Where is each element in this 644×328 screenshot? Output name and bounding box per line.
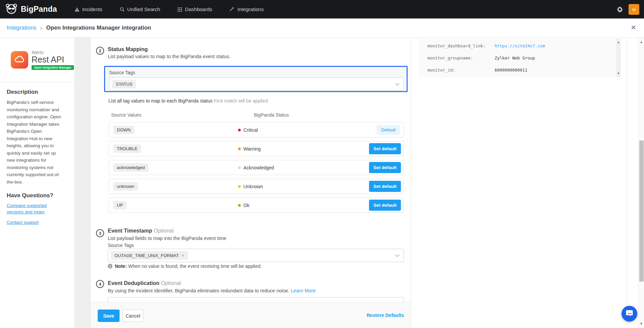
timestamp-source-tags-select[interactable]: OUTAGE_TIME_UNIX_FORMAT × bbox=[108, 249, 404, 262]
nav-item-dashboards[interactable]: Dashboards bbox=[178, 6, 212, 12]
mapping-row-acknowledged: acknowledged Acknowledged Set default bbox=[108, 160, 404, 175]
source-tags-label: Source Tags bbox=[109, 70, 403, 75]
description-section: Description BigPanda's self-service moni… bbox=[0, 82, 75, 186]
status-dot-unknown bbox=[238, 185, 241, 188]
status-label: Warning bbox=[243, 146, 261, 152]
nav-item-incidents[interactable]: Incidents bbox=[75, 6, 102, 12]
nav-label: Dashboards bbox=[185, 6, 212, 12]
payload-preview-pane: monitor_dashboard_link: https://site24x7… bbox=[411, 38, 644, 328]
source-value-chip: acknowledged bbox=[113, 163, 148, 172]
note-bold: Note: bbox=[115, 263, 127, 269]
payload-key: monitor_groupname: bbox=[427, 55, 495, 68]
step-3-circle: 3 bbox=[96, 229, 104, 237]
cancel-button[interactable]: Cancel bbox=[123, 310, 143, 322]
nav-label: Unified Search bbox=[127, 6, 160, 12]
set-default-button[interactable]: Set default bbox=[369, 200, 401, 211]
scrollbar-thumb[interactable] bbox=[639, 140, 644, 282]
chip-remove-icon[interactable]: × bbox=[182, 253, 184, 258]
status-cell: Unknown bbox=[238, 184, 263, 189]
step-2-circle: 2 bbox=[96, 47, 104, 55]
scroll-down-icon[interactable]: ▼ bbox=[639, 322, 644, 325]
event-deduplication-subtitle: By using the incident identifier, BigPan… bbox=[108, 288, 316, 293]
integration-logo-block: Alerts Rest API Open Integration Manager bbox=[0, 38, 75, 82]
mapping-row-trouble: TROUBLE Warning Set default bbox=[108, 141, 404, 156]
status-dot-critical bbox=[238, 129, 241, 131]
close-icon[interactable]: ✕ bbox=[631, 24, 636, 31]
nav-item-integrations[interactable]: Integrations bbox=[230, 6, 264, 12]
nav-right: vi bbox=[616, 4, 639, 15]
nav-label: Integrations bbox=[237, 6, 264, 12]
status-label: Critical bbox=[243, 127, 258, 133]
chat-launcher[interactable] bbox=[622, 306, 637, 322]
source-value-chip: unknown bbox=[113, 182, 138, 191]
integration-config-card: 2 Status Mapping List payload values to … bbox=[90, 38, 411, 328]
status-label: Unknown bbox=[243, 184, 263, 189]
open-integration-manager-badge: Open Integration Manager bbox=[32, 65, 74, 70]
set-default-button[interactable]: Set default bbox=[369, 143, 401, 154]
breadcrumb-link-integrations[interactable]: Integrations bbox=[7, 25, 37, 31]
learn-more-link[interactable]: Learn More bbox=[291, 288, 316, 293]
grid-icon bbox=[178, 7, 182, 12]
scroll-up-icon[interactable]: ▲ bbox=[639, 40, 644, 44]
nav-items: Incidents Unified Search Dashboards bbox=[75, 6, 264, 12]
payload-row: monitor_dashboard_link: https://site24x7… bbox=[419, 43, 621, 55]
status-label: Ok bbox=[243, 203, 249, 208]
save-button[interactable]: Save bbox=[98, 310, 120, 322]
step-4-circle: 4 bbox=[96, 280, 104, 288]
help-muted-text: First match will be applied bbox=[214, 98, 268, 104]
questions-section: Have Questions? Compare supported versio… bbox=[0, 186, 75, 226]
set-default-button[interactable]: Set default bbox=[369, 162, 401, 173]
bigpanda-logo[interactable]: BigPanda bbox=[5, 3, 57, 16]
top-nav: BigPanda Incidents Unified Search bbox=[0, 0, 644, 18]
scroll-up-icon[interactable]: ▲ bbox=[616, 41, 621, 44]
breadcrumb: Integrations > Open Integrations Manager… bbox=[0, 18, 644, 38]
status-cell: Ok bbox=[238, 203, 249, 208]
card-footer: Save Cancel Restore Defaults bbox=[91, 302, 411, 328]
source-value-chip: DOWN bbox=[113, 126, 134, 134]
restore-defaults-link[interactable]: Restore Defaults bbox=[367, 313, 404, 318]
panda-icon bbox=[5, 3, 17, 16]
timestamp-note: i Note: When no value is found, the even… bbox=[108, 263, 262, 269]
breadcrumb-separator: > bbox=[40, 25, 43, 31]
questions-heading: Have Questions? bbox=[7, 192, 66, 199]
source-tags-highlight-box: Source Tags STATUS bbox=[104, 66, 408, 92]
logo-restapi-label: Rest API bbox=[32, 55, 74, 64]
status-label: Acknowledged bbox=[243, 165, 274, 170]
status-source-tags-select[interactable]: STATUS bbox=[109, 77, 404, 91]
mapping-row-up: UP Ok Set default bbox=[108, 198, 404, 213]
page-title: Open Integrations Manager integration bbox=[46, 25, 151, 31]
payload-row: monitor_groupname: Zylker Web Group bbox=[419, 55, 621, 68]
payload-scrollbar[interactable]: ▲ ▼ bbox=[616, 39, 621, 77]
default-badge[interactable]: Default bbox=[377, 125, 400, 135]
status-tag-chip: STATUS bbox=[112, 80, 136, 88]
user-avatar[interactable]: vi bbox=[629, 4, 639, 15]
chat-icon bbox=[626, 310, 633, 318]
column-header-source-values: Source Values bbox=[111, 112, 141, 118]
payload-value-link[interactable]: https://site24x7.com bbox=[495, 43, 545, 55]
payload-value: 6000000000011 bbox=[495, 68, 527, 80]
scroll-down-icon[interactable]: ▼ bbox=[616, 72, 621, 75]
search-icon bbox=[120, 7, 125, 12]
chip-label: OUTAGE_TIME_UNIX_FORMAT bbox=[114, 253, 179, 258]
status-dot-acknowledged bbox=[238, 166, 241, 169]
note-text: When no value is found, the event receiv… bbox=[128, 263, 262, 269]
status-cell: Warning bbox=[238, 146, 261, 152]
gear-icon[interactable] bbox=[616, 6, 623, 13]
help-main-text: List all tag values to map to each BigPa… bbox=[108, 98, 213, 104]
logo-text: Alerts Rest API Open Integration Manager bbox=[32, 50, 74, 70]
status-mapping-rows: DOWN Critical Default TROUBLE Warning Se… bbox=[108, 122, 404, 213]
optional-label: Optional bbox=[154, 228, 174, 234]
status-mapping-heading: Status Mapping bbox=[108, 46, 148, 52]
status-dot-ok bbox=[238, 204, 241, 207]
nav-label: Incidents bbox=[82, 6, 102, 12]
info-icon: i bbox=[108, 264, 112, 269]
set-default-button[interactable]: Set default bbox=[369, 181, 401, 192]
payload-value: Zylker Web Group bbox=[495, 55, 535, 68]
page-scrollbar[interactable]: ▲ ▼ bbox=[638, 38, 644, 328]
chevron-down-icon bbox=[395, 81, 400, 87]
nav-item-unified-search[interactable]: Unified Search bbox=[120, 6, 160, 12]
contact-support-link[interactable]: Contact support bbox=[7, 219, 64, 226]
compare-versions-link[interactable]: Compare supported versions and types bbox=[7, 202, 64, 215]
description-heading: Description bbox=[7, 89, 66, 95]
cloud-icon bbox=[14, 55, 25, 65]
